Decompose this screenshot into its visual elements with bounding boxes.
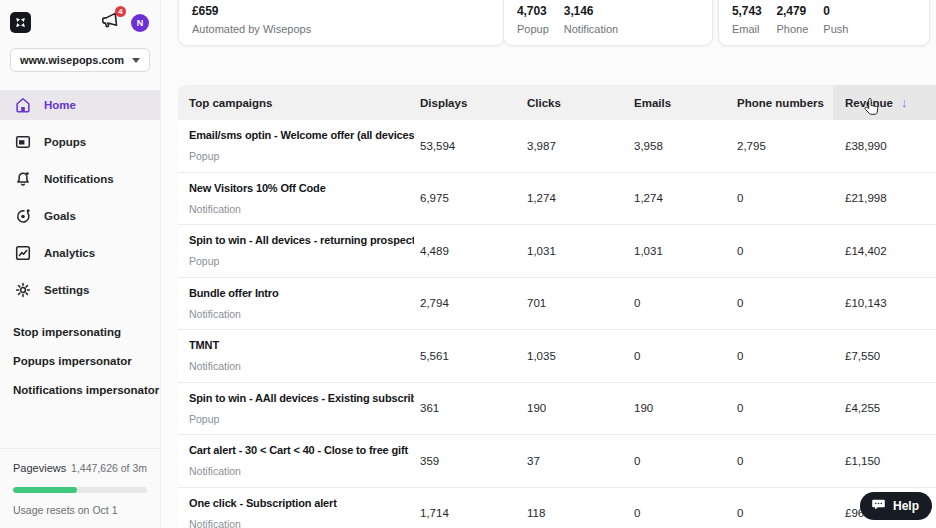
campaign-type: Notification <box>189 465 414 477</box>
column-label: Displays <box>420 97 467 109</box>
emails-value: 190 <box>634 402 737 414</box>
revenue-value: £7,550 <box>845 350 936 362</box>
stat-label: Automated by Wisepops <box>192 23 311 35</box>
stat-label: Notification <box>564 23 618 35</box>
sidebar-link-popups-impersonator[interactable]: Popups impersonator <box>0 346 160 375</box>
displays-value: 4,489 <box>420 245 527 257</box>
emails-value: 0 <box>634 297 737 309</box>
revenue-value: £4,255 <box>845 402 936 414</box>
column-label: Clicks <box>527 97 561 109</box>
column-header-emails[interactable]: Emails <box>634 85 737 120</box>
displays-value: 361 <box>420 402 527 414</box>
campaign-type: Popup <box>189 413 414 425</box>
sidebar: 4 N www.wisepops.com Home Popups Notific… <box>0 0 161 528</box>
revenue-value: £21,998 <box>845 192 936 204</box>
settings-icon <box>13 280 33 300</box>
emails-value: 0 <box>634 507 737 519</box>
popups-icon <box>13 132 33 152</box>
phone-numbers-value: 0 <box>737 350 845 362</box>
sidebar-item-settings[interactable]: Settings <box>0 275 160 305</box>
clicks-value: 1,031 <box>527 245 634 257</box>
table-row[interactable]: Spin to win - AAll devices - Existing su… <box>178 383 936 436</box>
top-campaigns-table: Top campaignsDisplaysClicksEmailsPhone n… <box>178 85 936 528</box>
usage-panel: Pageviews 1,447,626 of 3m Usage resets o… <box>0 448 160 528</box>
sort-desc-icon: ↓ <box>901 95 908 110</box>
goals-icon <box>13 206 33 226</box>
sidebar-item-goals[interactable]: Goals <box>0 201 160 231</box>
analytics-icon <box>13 243 33 263</box>
revenue-value: £1,150 <box>845 455 936 467</box>
table-row[interactable]: Bundle offer Intro Notification 2,794 70… <box>178 278 936 331</box>
usage-label: Pageviews <box>13 462 66 474</box>
sidebar-header: 4 N <box>0 0 160 34</box>
column-header-phone-numbers[interactable]: Phone numbers <box>737 85 845 120</box>
stat-value: 4,703 <box>517 4 549 18</box>
sidebar-item-home[interactable]: Home <box>0 90 160 120</box>
summary-card-revenue: £659Automated by Wisepops <box>178 0 505 46</box>
table-row[interactable]: Cart alert - 30 < Cart < 40 - Close to f… <box>178 435 936 488</box>
campaign-name: Email/sms optin - Welcome offer (all dev… <box>189 129 414 141</box>
column-header-revenue[interactable]: Revenue↓ <box>833 85 936 120</box>
table-row[interactable]: One click - Subscription alert Notificat… <box>178 488 936 528</box>
campaign-type: Notification <box>189 308 414 320</box>
column-label: Top campaigns <box>189 97 273 109</box>
campaign-name: Spin to win - AAll devices - Existing su… <box>189 392 414 404</box>
help-button[interactable]: Help <box>860 492 932 520</box>
clicks-value: 3,987 <box>527 140 634 152</box>
clicks-value: 37 <box>527 455 634 467</box>
revenue-value: £38,990 <box>845 140 936 152</box>
phone-numbers-value: 0 <box>737 455 845 467</box>
clicks-value: 701 <box>527 297 634 309</box>
stat-value: £659 <box>192 4 311 18</box>
revenue-value: £10,143 <box>845 297 936 309</box>
sidebar-item-label: Popups <box>44 136 86 148</box>
displays-value: 2,794 <box>420 297 527 309</box>
sidebar-item-label: Notifications <box>44 173 114 185</box>
sidebar-nav: Home Popups Notifications Goals Analytic… <box>0 90 160 305</box>
phone-numbers-value: 2,795 <box>737 140 845 152</box>
emails-value: 1,274 <box>634 192 737 204</box>
sidebar-item-popups[interactable]: Popups <box>0 127 160 157</box>
sidebar-link-notifications-impersonator[interactable]: Notifications impersonator <box>0 375 160 404</box>
emails-value: 3,958 <box>634 140 737 152</box>
card-stat: 3,146Notification <box>564 4 618 45</box>
sidebar-item-label: Analytics <box>44 247 95 259</box>
phone-numbers-value: 0 <box>737 245 845 257</box>
summary-card-contacts: 5,743Email2,479Phone0Push <box>718 0 930 46</box>
campaign-name: One click - Subscription alert <box>189 497 414 509</box>
emails-value: 0 <box>634 350 737 362</box>
sidebar-item-notifications[interactable]: Notifications <box>0 164 160 194</box>
displays-value: 1,714 <box>420 507 527 519</box>
sidebar-item-analytics[interactable]: Analytics <box>0 238 160 268</box>
table-header-row: Top campaignsDisplaysClicksEmailsPhone n… <box>178 85 936 120</box>
table-row[interactable]: Email/sms optin - Welcome offer (all dev… <box>178 120 936 173</box>
stat-value: 0 <box>823 4 848 18</box>
usage-reset-note: Usage resets on Oct 1 <box>13 504 147 516</box>
sidebar-link-stop-impersonating[interactable]: Stop impersonating <box>0 317 160 346</box>
clicks-value: 1,035 <box>527 350 634 362</box>
column-label: Emails <box>634 97 671 109</box>
campaign-name: Cart alert - 30 < Cart < 40 - Close to f… <box>189 444 414 456</box>
site-selector-value: www.wisepops.com <box>20 54 124 66</box>
wisepops-logo[interactable] <box>10 12 31 33</box>
column-label: Phone numbers <box>737 97 824 109</box>
table-row[interactable]: New Visitors 10% Off Code Notification 6… <box>178 173 936 226</box>
clicks-value: 1,274 <box>527 192 634 204</box>
emails-value: 0 <box>634 455 737 467</box>
table-row[interactable]: TMNT Notification 5,561 1,035 0 0 £7,550 <box>178 330 936 383</box>
site-selector-dropdown[interactable]: www.wisepops.com <box>10 48 150 72</box>
sidebar-links: Stop impersonatingPopups impersonatorNot… <box>0 317 160 404</box>
usage-value: 1,447,626 of 3m <box>71 462 147 474</box>
phone-numbers-value: 0 <box>737 192 845 204</box>
column-header-top-campaigns[interactable]: Top campaigns <box>178 85 420 120</box>
sidebar-item-label: Settings <box>44 284 89 296</box>
campaign-type: Notification <box>189 203 414 215</box>
avatar[interactable]: N <box>131 14 149 32</box>
campaign-name: Bundle offer Intro <box>189 287 414 299</box>
column-header-displays[interactable]: Displays <box>420 85 527 120</box>
revenue-value: £14,402 <box>845 245 936 257</box>
table-row[interactable]: Spin to win - All devices - returning pr… <box>178 225 936 278</box>
column-header-clicks[interactable]: Clicks <box>527 85 634 120</box>
announcements-button[interactable]: 4 <box>100 11 119 34</box>
card-stat: 0Push <box>823 4 848 45</box>
